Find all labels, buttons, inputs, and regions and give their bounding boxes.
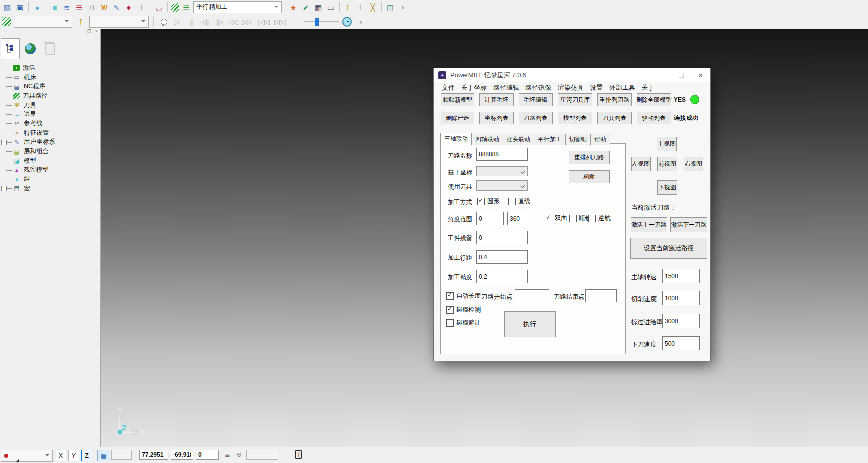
collision-detect-checkbox[interactable]: ✓ 碰撞检测 <box>446 306 481 314</box>
paste-new-model-button[interactable]: 粘贴新模型 <box>441 93 474 106</box>
delete-all-models-button[interactable]: 删除全部模型 <box>637 93 671 106</box>
plunge-feed-input[interactable] <box>662 336 700 350</box>
tree-item-boundaries[interactable]: ☁边界 <box>0 110 100 119</box>
menu-file[interactable]: 文件 <box>442 83 455 92</box>
menu-about[interactable]: 关于 <box>641 83 654 92</box>
maximize-button[interactable]: ❒ <box>672 68 691 82</box>
sim-toolbar-close-icon[interactable]: x <box>355 16 366 27</box>
view-front-button[interactable]: 前视图 <box>657 157 677 171</box>
end-point-input[interactable] <box>585 289 617 302</box>
pause-device-icon[interactable]: ∥ <box>295 450 302 459</box>
print-preview-icon[interactable]: ● <box>32 2 43 13</box>
holder-profile-icon[interactable]: ◡ <box>153 2 164 13</box>
coord-y-field[interactable] <box>171 450 193 460</box>
start-point-input[interactable] <box>515 289 549 302</box>
menu-external-tools[interactable]: 外部工具 <box>609 83 635 92</box>
execute-button[interactable]: 执行 <box>504 311 556 337</box>
expand-icon[interactable]: + <box>1 140 7 145</box>
step-back-button[interactable]: ◁∣ <box>200 16 211 27</box>
tab-recycle-bin[interactable] <box>41 38 59 59</box>
tab-globe[interactable] <box>21 38 40 59</box>
spindle-speed-input[interactable] <box>662 269 700 283</box>
pause-button[interactable]: ∥ <box>186 16 197 27</box>
rearrange-toolpaths-button[interactable]: 重排列刀路 <box>597 93 632 106</box>
transform-icon[interactable]: ╳ <box>367 2 378 13</box>
auto-length-checkbox[interactable]: ✓ 自动长度 <box>446 292 481 300</box>
tool-database-icon[interactable]: ☰ <box>74 2 85 13</box>
tool-library-button[interactable]: 星河刀具库 <box>558 93 592 106</box>
dialog-titlebar[interactable]: ✦ PowerMILL 忆梦星河 7.0.6 – ❒ ✕ <box>434 68 710 82</box>
sim-speed-slider[interactable] <box>304 18 339 26</box>
tree-item-toolpaths[interactable]: 刀具路径 <box>0 91 100 101</box>
coord-base-select[interactable] <box>476 166 528 176</box>
minimize-button[interactable]: – <box>652 68 671 82</box>
view-left-button[interactable]: 左视图 <box>631 157 651 171</box>
activate-prev-button[interactable]: 激活上一刀路 <box>631 217 667 232</box>
calculator-icon[interactable]: ▦ <box>313 2 324 13</box>
tree-item-tools[interactable]: Ψ刀具 <box>0 101 100 110</box>
viewport-canvas[interactable]: Y X Z ✦ PowerMILL 忆梦星河 7.0.6 – ❒ ✕ 文件 关于… <box>101 29 868 447</box>
tool-mount-icon[interactable]: ⊺ <box>343 2 353 13</box>
float-panel-icon[interactable]: ❐ <box>87 29 91 34</box>
tab-3axis[interactable]: 三轴联动 <box>440 133 472 145</box>
menu-settings[interactable]: 设置 <box>590 83 603 92</box>
tool-mount2-icon[interactable]: ⊺ <box>355 2 366 13</box>
pattern-points-icon[interactable]: ◆ <box>123 2 134 13</box>
strategy-list-icon[interactable]: ☰ <box>181 2 192 13</box>
angle-from-input[interactable] <box>476 212 504 225</box>
tree-item-nc-program[interactable]: ▤NC程序 <box>0 82 100 91</box>
cutting-speed-input[interactable] <box>662 291 700 305</box>
go-to-start-button[interactable]: ∣◁◁ <box>255 16 270 27</box>
activate-next-button[interactable]: 激活下一刀路 <box>670 217 707 232</box>
stepover-input[interactable] <box>476 250 528 264</box>
grid-toggle-button[interactable]: ▦ <box>97 450 110 461</box>
xyz-list-icon[interactable]: ≣ <box>225 451 230 458</box>
view-top-button[interactable]: 上视图 <box>657 137 677 151</box>
tool-list-button[interactable]: 刀具列表 <box>597 112 632 124</box>
tree-item-groups[interactable]: ●组 <box>0 174 100 184</box>
set-active-path-button[interactable]: 设置当前激活路径 <box>630 238 707 259</box>
tab-tilt-head[interactable]: 摆头联动 <box>503 134 534 145</box>
mode-circle-checkbox[interactable]: ✓ 圆形 <box>477 197 500 206</box>
tree-item-patterns[interactable]: ✂参考线 <box>0 119 100 128</box>
menu-coords[interactable]: 关于坐标 <box>461 83 487 92</box>
compare-models-icon[interactable]: ◫ <box>385 2 396 13</box>
lightbulb-icon[interactable] <box>158 16 169 27</box>
step-forward-button[interactable]: ∣▷ <box>214 16 225 27</box>
tab-help[interactable]: 帮助 <box>590 134 610 145</box>
tree-item-macros[interactable]: +▤宏 <box>0 184 100 193</box>
open-project-icon[interactable]: ▨ <box>2 2 13 13</box>
panel-grip[interactable]: ❐ × <box>0 29 100 36</box>
menu-render-sim[interactable]: 渲染仿真 <box>558 83 583 92</box>
stock-allowance-input[interactable] <box>476 231 528 244</box>
menu-path-edit[interactable]: 路径编辑 <box>493 83 519 92</box>
go-to-end-button[interactable]: ▷▷∣ <box>273 16 288 27</box>
toolpath-strategy-icon[interactable]: ≋ <box>61 2 72 13</box>
workplane-dropdown[interactable] <box>1 450 53 462</box>
tool-select[interactable] <box>476 180 528 191</box>
axis-z-button[interactable]: Z <box>81 450 92 461</box>
tab-4axis[interactable]: 四轴联动 <box>471 134 503 145</box>
tree-item-levels-sets[interactable]: ▤层和组合 <box>0 147 100 156</box>
tab-explorer-tree[interactable] <box>1 38 20 59</box>
tree-item-models[interactable]: ◪模型 <box>0 156 100 166</box>
tolerance-input[interactable] <box>476 270 528 283</box>
expand-icon[interactable]: + <box>1 186 7 191</box>
model-list-button[interactable]: 模型列表 <box>558 112 592 124</box>
axis-y-button[interactable]: Y <box>68 450 79 461</box>
menu-path-mirror[interactable]: 路径镜像 <box>525 83 551 92</box>
coord-x-field[interactable] <box>139 450 168 460</box>
view-bottom-button[interactable]: 下视图 <box>657 180 677 195</box>
refresh-button[interactable]: 刷新 <box>569 170 610 183</box>
angle-to-input[interactable] <box>507 212 534 225</box>
curve-editor-icon[interactable]: ✎ <box>111 2 122 13</box>
collision-check-icon[interactable]: ★ <box>288 2 299 13</box>
ruler-icon[interactable]: ▭ <box>325 2 336 13</box>
sim-tool-dropdown[interactable] <box>89 16 149 28</box>
collision-icon[interactable]: W <box>99 2 110 13</box>
grid-size-field[interactable] <box>111 450 132 460</box>
coord-list-button[interactable]: 坐标列表 <box>479 112 514 124</box>
rearrange-button[interactable]: 重排列刀路 <box>569 151 610 164</box>
collision-avoid-checkbox[interactable]: 碰撞避让 <box>446 319 481 327</box>
delete-selected-button[interactable]: 删除已选 <box>441 112 474 124</box>
